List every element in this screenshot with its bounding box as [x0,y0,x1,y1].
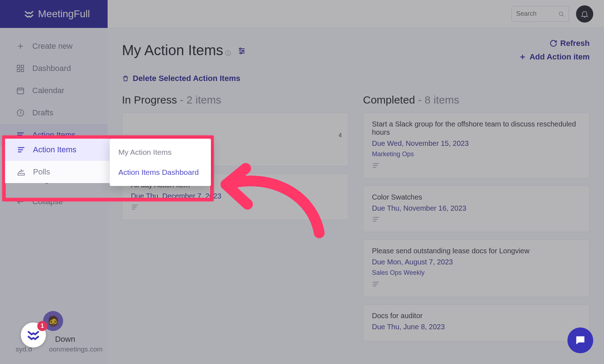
topbar [108,0,604,28]
in-progress-column: In Progress - 2 items 4 All day Action I… [122,94,349,349]
nav-label: Action Items [33,145,76,154]
plus-icon [519,53,527,61]
notes-icon [372,162,581,171]
clock-icon [16,108,25,118]
card-tag: Sales Ops Weekly [372,269,581,277]
notifications-button[interactable] [576,5,593,23]
notes-icon [372,215,581,225]
search-box[interactable] [511,6,569,22]
notes-icon [372,280,581,289]
action-item-card[interactable]: Docs for auditor Due Thu, June 8, 2023 [363,304,590,341]
svg-point-8 [240,48,241,49]
grid-icon [16,64,25,73]
nav-action-items-bright[interactable]: Action Items [5,139,110,161]
help-widget[interactable]: 1 [21,322,46,348]
chat-icon [574,334,586,346]
nav: Create new Dashboard Calendar Drafts Act… [0,28,108,213]
search-input[interactable] [516,10,558,18]
bell-icon [580,10,589,18]
settings-icon[interactable] [237,47,246,55]
card-due-date: Due Thu, November 16, 2023 [372,204,581,212]
svg-rect-2 [17,69,20,72]
brand-logo-icon [24,9,34,19]
notes-icon [131,203,340,212]
nav-label: Polls [33,167,50,177]
user-block: 🧔 xxxDown syd.dxxxxxoonmeetings.com [0,304,108,364]
svg-rect-1 [21,65,24,68]
delete-selected-button[interactable]: Delete Selected Action Items [122,74,590,83]
card-due-date: Due Mon, August 7, 2023 [372,258,581,266]
brand-mark-icon [26,328,41,342]
nav-create-new[interactable]: Create new [0,35,108,57]
brand-name: MeetingFull [38,8,90,20]
nav-label: Collapse [32,197,63,206]
completed-column: Completed - 8 items Start a Slack group … [363,94,590,349]
action-item-card[interactable]: Color Swatches Due Thu, November 16, 202… [363,186,590,232]
nav-label: Calendar [32,86,64,95]
nav-polls-bright[interactable]: Polls [5,161,110,183]
nav-dashboard[interactable]: Dashboard [0,57,108,80]
notification-badge: 1 [37,321,47,331]
nav-label: Drafts [32,108,53,118]
nav-label: Create new [32,42,73,51]
card-due-date: Due Thu, June 8, 2023 [372,323,581,331]
svg-rect-3 [21,69,24,72]
nav-bright: Action Items Polls [5,139,110,183]
card-due-date: Due Wed, November 15, 2023 [372,139,581,148]
svg-point-7 [559,12,562,15]
completed-heading: Completed - 8 items [363,94,590,106]
svg-point-9 [242,50,244,52]
submenu-action-items-dashboard[interactable]: Action Items Dashboard [110,162,211,182]
lines-icon [16,145,26,154]
card-tag: Marketing Ops [372,150,581,158]
card-title: Color Swatches [372,193,581,201]
in-progress-heading: In Progress - 2 items [122,94,349,106]
svg-rect-0 [17,65,20,68]
nav-collapse[interactable]: Collapse [0,191,108,213]
card-title: Docs for auditor [372,312,581,320]
action-item-card[interactable]: Start a Slack group for the offshore tea… [363,112,590,178]
main: My Action Items ⓘ Refresh Add Action ite… [108,28,604,364]
svg-rect-11 [18,173,24,175]
refresh-icon [549,39,557,47]
chat-button[interactable] [567,327,593,353]
trash-icon [122,75,129,82]
calendar-icon [16,86,25,95]
submenu-my-action-items[interactable]: My Action Items [110,142,211,162]
search-icon [558,10,564,18]
page-title: My Action Items ⓘ [122,42,246,58]
nav-label: Dashboard [32,64,71,73]
arrow-left-icon [16,197,25,206]
svg-point-10 [240,52,242,54]
user-email: syd.dxxxxxoonmeetings.com [11,345,108,353]
nav-calendar[interactable]: Calendar [0,80,108,102]
nav-drafts[interactable]: Drafts [0,102,108,124]
action-items-submenu: My Action Items Action Items Dashboard [110,139,211,186]
card-title: Please send outstanding lease docs for L… [372,247,581,255]
card-due-date: Due Thu, December 7, 2023 [131,192,340,200]
add-action-item-button[interactable]: Add Action item [519,52,590,62]
plus-icon [16,42,25,51]
brand: MeetingFull [0,0,108,28]
polls-icon [16,167,26,177]
action-item-card[interactable]: Please send outstanding lease docs for L… [363,239,590,297]
card-title: Start a Slack group for the offshore tea… [372,120,581,136]
help-icon[interactable]: ⓘ [225,50,231,57]
svg-rect-4 [17,88,24,94]
refresh-button[interactable]: Refresh [549,39,590,48]
